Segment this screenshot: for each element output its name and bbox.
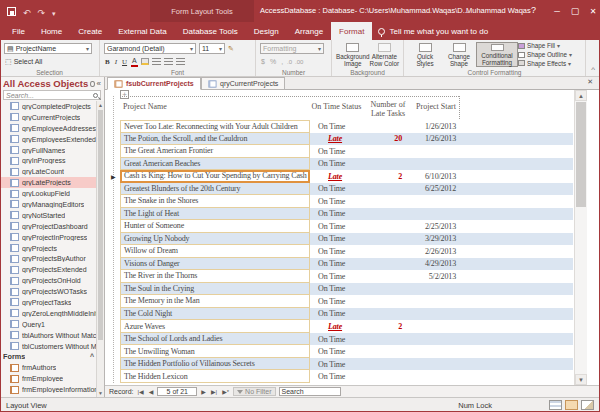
doc-tab-qrycurrentprojects[interactable]: qryCurrentProjects bbox=[201, 77, 285, 90]
ribbon-tab-design[interactable]: Design bbox=[246, 22, 287, 40]
sidebar-item-qryprojectsbyauthor[interactable]: qryProjectsByAuthor bbox=[0, 253, 96, 264]
on-time-status-cell[interactable]: On Time bbox=[310, 270, 363, 283]
table-row[interactable]: The Snake in the ShoresOn Time bbox=[120, 195, 573, 208]
decrease-decimals-button[interactable]: .0 bbox=[287, 59, 292, 65]
on-time-status-cell[interactable]: Late bbox=[310, 133, 363, 146]
late-tasks-cell[interactable] bbox=[363, 295, 413, 308]
project-start-cell[interactable] bbox=[413, 308, 459, 321]
comma-button[interactable]: , bbox=[280, 56, 284, 67]
project-name-cell[interactable]: The Snake in the Shores bbox=[120, 195, 310, 208]
late-tasks-cell[interactable] bbox=[363, 120, 413, 133]
late-tasks-cell[interactable] bbox=[363, 308, 413, 321]
first-record-button[interactable] bbox=[137, 388, 145, 395]
ribbon-tab-file[interactable]: File bbox=[4, 22, 33, 40]
nav-scrollbar[interactable] bbox=[96, 101, 104, 397]
sidebar-section-header[interactable]: Forms bbox=[0, 351, 96, 362]
project-name-cell[interactable]: The Hidden Lexicon bbox=[120, 370, 310, 383]
on-time-status-cell[interactable]: Late bbox=[310, 170, 363, 183]
on-time-status-cell[interactable]: Late bbox=[310, 320, 363, 333]
sidebar-item-qrymanagingeditors[interactable]: qryManagingEditors bbox=[0, 199, 96, 210]
minimize-button[interactable] bbox=[548, 0, 566, 22]
late-tasks-cell[interactable] bbox=[363, 370, 413, 383]
scroll-up-icon[interactable] bbox=[97, 101, 104, 109]
project-name-cell[interactable]: Never Too Late: Reconnecting with Your A… bbox=[120, 120, 310, 133]
on-time-status-cell[interactable]: On Time bbox=[310, 145, 363, 158]
sidebar-item-query1[interactable]: Query1 bbox=[0, 319, 96, 330]
sidebar-item-qrylatecount[interactable]: qryLateCount bbox=[0, 166, 96, 177]
project-start-cell[interactable] bbox=[413, 345, 459, 358]
number-format-combo[interactable]: Formatting bbox=[260, 43, 324, 54]
scrollbar-thumb[interactable] bbox=[576, 102, 586, 207]
nav-search-input[interactable]: Search... bbox=[3, 90, 101, 100]
sidebar-item-qryinprogress[interactable]: qryInProgress bbox=[0, 155, 96, 166]
previous-record-button[interactable] bbox=[148, 388, 155, 395]
column-header-late-tasks[interactable]: Number of Late Tasks bbox=[363, 98, 413, 120]
project-start-cell[interactable]: 1/26/2013 bbox=[413, 133, 459, 146]
shutter-bar-close-icon[interactable] bbox=[97, 80, 101, 88]
conditional-formatting-button[interactable]: Conditional Formatting bbox=[476, 42, 518, 67]
sidebar-item-qryemployeesextended[interactable]: qryEmployeesExtended bbox=[0, 134, 96, 145]
alternate-row-color-button[interactable]: Alternate Row Color bbox=[370, 42, 399, 67]
sidebar-item-qryprojectsextended[interactable]: qryProjectsExtended bbox=[0, 264, 96, 275]
project-start-cell[interactable] bbox=[413, 283, 459, 296]
record-search-input[interactable]: Search bbox=[279, 387, 341, 396]
save-icon[interactable] bbox=[7, 7, 16, 16]
project-start-cell[interactable] bbox=[413, 158, 459, 171]
on-time-status-cell[interactable]: On Time bbox=[310, 183, 363, 196]
project-name-cell[interactable]: The School of Lords and Ladies bbox=[120, 333, 310, 346]
project-name-cell[interactable]: The Cold Night bbox=[120, 308, 310, 321]
late-tasks-cell[interactable]: 2 bbox=[363, 320, 413, 333]
table-row[interactable]: Cash is King: How to Cut Your Spending b… bbox=[120, 170, 573, 183]
sidebar-item-qryprojecttasks[interactable]: qryProjectTasks bbox=[0, 297, 96, 308]
last-record-button[interactable] bbox=[210, 388, 218, 395]
close-document-icon[interactable] bbox=[587, 78, 593, 86]
font-name-combo[interactable]: Garamond (Detail) bbox=[104, 43, 196, 54]
sidebar-item-qryprojectinprogress[interactable]: qryProjectInProgress bbox=[0, 232, 96, 243]
percent-button[interactable]: % bbox=[269, 56, 277, 67]
sidebar-item-qrycurrentprojects[interactable]: qryCurrentProjects bbox=[0, 112, 96, 123]
table-row[interactable]: Great American BeachesOn Time bbox=[120, 158, 573, 171]
late-tasks-cell[interactable] bbox=[363, 358, 413, 371]
on-time-status-cell[interactable]: On Time bbox=[310, 208, 363, 221]
table-row[interactable]: The Hidden LexiconOn Time bbox=[120, 370, 573, 383]
sidebar-item-qryprojects[interactable]: qryProjects bbox=[0, 243, 96, 254]
record-position-box[interactable]: 5 of 21 bbox=[157, 387, 197, 396]
scroll-down-icon[interactable] bbox=[575, 374, 587, 385]
late-tasks-cell[interactable] bbox=[363, 158, 413, 171]
late-tasks-cell[interactable] bbox=[363, 145, 413, 158]
on-time-status-cell[interactable]: On Time bbox=[310, 283, 363, 296]
background-image-button[interactable]: Background Image bbox=[336, 42, 370, 67]
align-left-icon[interactable] bbox=[152, 58, 161, 65]
sidebar-item-qryprojectswotasks[interactable]: qryProjectsWOTasks bbox=[0, 286, 96, 297]
table-row[interactable]: The Soul in the CryingOn Time bbox=[120, 283, 573, 296]
select-all-button[interactable]: ⬚ Select All bbox=[4, 56, 43, 67]
project-start-cell[interactable] bbox=[413, 145, 459, 158]
table-row[interactable]: Visions of DangerOn Time4/29/2013 bbox=[120, 258, 573, 271]
column-header-on-time-status[interactable]: On Time Status bbox=[310, 98, 363, 120]
form-scrollbar[interactable] bbox=[574, 90, 587, 385]
table-row[interactable]: Willow of DreamOn Time2/26/2013 bbox=[120, 245, 573, 258]
project-start-cell[interactable] bbox=[413, 208, 459, 221]
project-start-cell[interactable]: 3/29/2013 bbox=[413, 233, 459, 246]
sidebar-item-qryprojectdashboard[interactable]: qryProjectDashboard bbox=[0, 221, 96, 232]
signed-in-user[interactable]: Muhammad Waqas bbox=[466, 6, 531, 15]
tell-me-box[interactable]: Tell me what you want to do bbox=[378, 22, 488, 40]
project-start-cell[interactable]: 2/26/2013 bbox=[413, 245, 459, 258]
change-shape-button[interactable]: Change Shape bbox=[442, 42, 476, 67]
ribbon-tab-arrange[interactable]: Arrange bbox=[287, 22, 331, 40]
sidebar-item-qryprojectsonhold[interactable]: qryProjectsOnHold bbox=[0, 275, 96, 286]
late-tasks-cell[interactable]: 20 bbox=[363, 133, 413, 146]
on-time-status-cell[interactable]: On Time bbox=[310, 345, 363, 358]
no-filter-button[interactable]: No Filter bbox=[233, 387, 275, 396]
align-right-icon[interactable] bbox=[176, 58, 185, 65]
project-name-cell[interactable]: The Potion, the Scroll, and the Cauldron bbox=[120, 133, 310, 146]
table-row[interactable]: The Great American FrontierOn Time bbox=[120, 145, 573, 158]
table-row[interactable]: Hunter of SomeoneOn Time2/25/2013 bbox=[120, 220, 573, 233]
table-row[interactable]: The Hidden Portfolio of Villainous Secre… bbox=[120, 358, 573, 371]
close-button[interactable] bbox=[584, 0, 600, 22]
late-tasks-cell[interactable] bbox=[363, 283, 413, 296]
italic-button[interactable]: I bbox=[114, 56, 118, 67]
project-name-cell[interactable]: The Great American Frontier bbox=[120, 145, 310, 158]
on-time-status-cell[interactable]: On Time bbox=[310, 120, 363, 133]
sidebar-item-qrycompletedprojects[interactable]: qryCompletedProjects bbox=[0, 101, 96, 112]
